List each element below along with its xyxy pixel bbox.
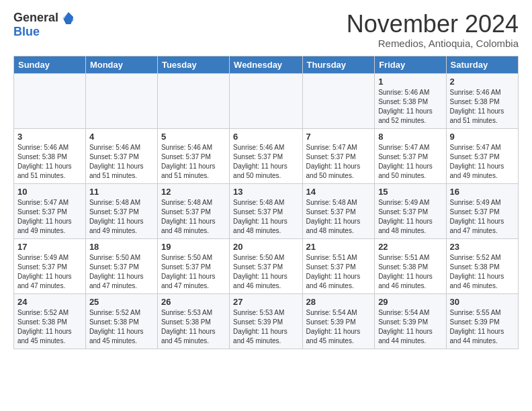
table-row: 26Sunrise: 5:53 AM Sunset: 5:38 PM Dayli… [157,293,229,349]
day-detail: Sunrise: 5:49 AM Sunset: 5:37 PM Dayligh… [378,198,442,236]
table-row: 14Sunrise: 5:48 AM Sunset: 5:37 PM Dayli… [302,183,375,238]
table-row: 5Sunrise: 5:46 AM Sunset: 5:37 PM Daylig… [157,128,229,183]
day-number: 11 [89,187,154,197]
day-detail: Sunrise: 5:47 AM Sunset: 5:37 PM Dayligh… [306,143,371,181]
day-detail: Sunrise: 5:46 AM Sunset: 5:37 PM Dayligh… [89,143,154,181]
table-row: 30Sunrise: 5:55 AM Sunset: 5:39 PM Dayli… [446,293,518,349]
day-detail: Sunrise: 5:50 AM Sunset: 5:37 PM Dayligh… [89,253,154,291]
day-detail: Sunrise: 5:47 AM Sunset: 5:37 PM Dayligh… [450,143,515,181]
day-detail: Sunrise: 5:52 AM Sunset: 5:38 PM Dayligh… [450,253,515,291]
day-detail: Sunrise: 5:49 AM Sunset: 5:37 PM Dayligh… [450,198,515,236]
table-row: 21Sunrise: 5:51 AM Sunset: 5:37 PM Dayli… [302,238,375,293]
day-number: 18 [89,242,154,252]
day-number: 6 [233,132,298,142]
day-detail: Sunrise: 5:52 AM Sunset: 5:38 PM Dayligh… [89,308,154,346]
table-row [14,73,86,128]
table-row: 16Sunrise: 5:49 AM Sunset: 5:37 PM Dayli… [446,183,518,238]
calendar-week-row: 1Sunrise: 5:46 AM Sunset: 5:38 PM Daylig… [14,73,519,128]
day-detail: Sunrise: 5:46 AM Sunset: 5:37 PM Dayligh… [161,143,226,181]
month-title: November 2024 [347,11,519,38]
day-number: 28 [306,297,371,307]
day-detail: Sunrise: 5:46 AM Sunset: 5:38 PM Dayligh… [450,88,515,126]
day-number: 25 [89,297,154,307]
header-saturday: Saturday [446,56,518,73]
day-detail: Sunrise: 5:48 AM Sunset: 5:37 PM Dayligh… [233,198,298,236]
table-row: 18Sunrise: 5:50 AM Sunset: 5:37 PM Dayli… [85,238,157,293]
logo-icon [61,12,73,24]
day-number: 2 [450,77,515,87]
day-detail: Sunrise: 5:52 AM Sunset: 5:38 PM Dayligh… [17,308,82,346]
header-thursday: Thursday [302,56,375,73]
day-detail: Sunrise: 5:54 AM Sunset: 5:39 PM Dayligh… [306,308,371,346]
calendar-week-row: 17Sunrise: 5:49 AM Sunset: 5:37 PM Dayli… [14,238,519,293]
day-number: 17 [17,242,82,252]
day-number: 12 [161,187,226,197]
logo-blue-text: Blue [13,25,40,39]
day-number: 9 [450,132,515,142]
day-number: 24 [17,297,82,307]
table-row: 17Sunrise: 5:49 AM Sunset: 5:37 PM Dayli… [14,238,86,293]
calendar-week-row: 3Sunrise: 5:46 AM Sunset: 5:38 PM Daylig… [14,128,519,183]
day-detail: Sunrise: 5:55 AM Sunset: 5:39 PM Dayligh… [450,308,515,346]
day-number: 8 [378,132,442,142]
table-row: 9Sunrise: 5:47 AM Sunset: 5:37 PM Daylig… [446,128,518,183]
logo-general-text: General [13,11,58,25]
table-row: 19Sunrise: 5:50 AM Sunset: 5:37 PM Dayli… [157,238,229,293]
table-row: 1Sunrise: 5:46 AM Sunset: 5:38 PM Daylig… [375,73,446,128]
day-number: 26 [161,297,226,307]
table-row: 8Sunrise: 5:47 AM Sunset: 5:37 PM Daylig… [375,128,446,183]
day-detail: Sunrise: 5:51 AM Sunset: 5:38 PM Dayligh… [378,253,442,291]
header-friday: Friday [375,56,446,73]
day-number: 10 [17,187,82,197]
calendar-table: Sunday Monday Tuesday Wednesday Thursday… [13,56,519,349]
day-detail: Sunrise: 5:53 AM Sunset: 5:38 PM Dayligh… [161,308,226,346]
day-detail: Sunrise: 5:46 AM Sunset: 5:37 PM Dayligh… [233,143,298,181]
table-row: 15Sunrise: 5:49 AM Sunset: 5:37 PM Dayli… [375,183,446,238]
header-tuesday: Tuesday [157,56,229,73]
table-row: 20Sunrise: 5:50 AM Sunset: 5:37 PM Dayli… [230,238,302,293]
day-number: 30 [450,297,515,307]
table-row [85,73,157,128]
table-row: 10Sunrise: 5:47 AM Sunset: 5:37 PM Dayli… [14,183,86,238]
table-row: 22Sunrise: 5:51 AM Sunset: 5:38 PM Dayli… [375,238,446,293]
day-number: 3 [17,132,82,142]
day-detail: Sunrise: 5:51 AM Sunset: 5:37 PM Dayligh… [306,253,371,291]
day-detail: Sunrise: 5:53 AM Sunset: 5:39 PM Dayligh… [233,308,298,346]
day-number: 22 [378,242,442,252]
logo: General Blue [13,11,73,39]
table-row: 3Sunrise: 5:46 AM Sunset: 5:38 PM Daylig… [14,128,86,183]
table-row: 4Sunrise: 5:46 AM Sunset: 5:37 PM Daylig… [85,128,157,183]
day-number: 27 [233,297,298,307]
day-detail: Sunrise: 5:49 AM Sunset: 5:37 PM Dayligh… [17,253,82,291]
day-detail: Sunrise: 5:48 AM Sunset: 5:37 PM Dayligh… [306,198,371,236]
day-number: 5 [161,132,226,142]
calendar-week-row: 24Sunrise: 5:52 AM Sunset: 5:38 PM Dayli… [14,293,519,349]
day-number: 14 [306,187,371,197]
day-number: 1 [378,77,442,87]
day-number: 23 [450,242,515,252]
day-detail: Sunrise: 5:47 AM Sunset: 5:37 PM Dayligh… [378,143,442,181]
title-block: November 2024 Remedios, Antioquia, Colom… [347,11,519,49]
table-row: 13Sunrise: 5:48 AM Sunset: 5:37 PM Dayli… [230,183,302,238]
table-row: 27Sunrise: 5:53 AM Sunset: 5:39 PM Dayli… [230,293,302,349]
day-number: 15 [378,187,442,197]
day-detail: Sunrise: 5:47 AM Sunset: 5:37 PM Dayligh… [17,198,82,236]
day-number: 4 [89,132,154,142]
table-row [302,73,375,128]
day-detail: Sunrise: 5:48 AM Sunset: 5:37 PM Dayligh… [161,198,226,236]
calendar-page: General Blue November 2024 Remedios, Ant… [0,0,532,360]
table-row: 25Sunrise: 5:52 AM Sunset: 5:38 PM Dayli… [85,293,157,349]
table-row: 11Sunrise: 5:48 AM Sunset: 5:37 PM Dayli… [85,183,157,238]
day-detail: Sunrise: 5:46 AM Sunset: 5:38 PM Dayligh… [17,143,82,181]
table-row: 28Sunrise: 5:54 AM Sunset: 5:39 PM Dayli… [302,293,375,349]
table-row: 29Sunrise: 5:54 AM Sunset: 5:39 PM Dayli… [375,293,446,349]
day-detail: Sunrise: 5:48 AM Sunset: 5:37 PM Dayligh… [89,198,154,236]
day-detail: Sunrise: 5:54 AM Sunset: 5:39 PM Dayligh… [378,308,442,346]
header-sunday: Sunday [14,56,86,73]
table-row: 2Sunrise: 5:46 AM Sunset: 5:38 PM Daylig… [446,73,518,128]
day-number: 19 [161,242,226,252]
table-row [230,73,302,128]
table-row: 23Sunrise: 5:52 AM Sunset: 5:38 PM Dayli… [446,238,518,293]
day-number: 16 [450,187,515,197]
day-number: 13 [233,187,298,197]
